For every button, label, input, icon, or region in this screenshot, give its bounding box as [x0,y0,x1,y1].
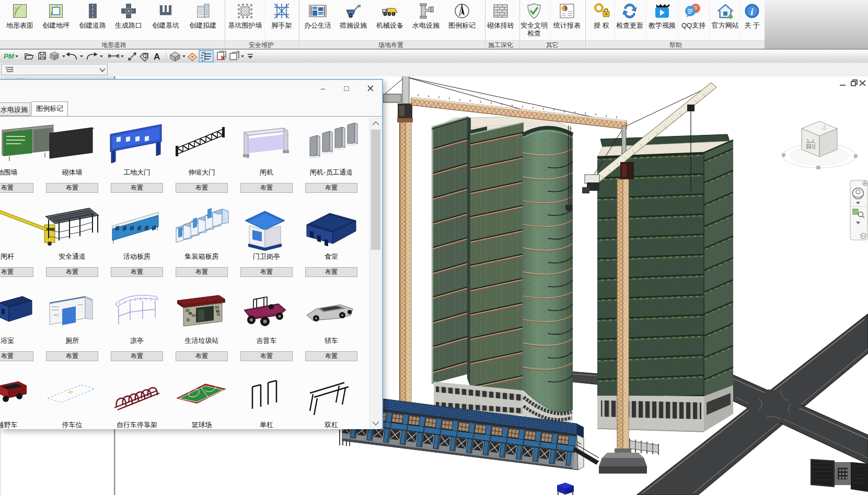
svg-text:i: i [750,6,754,17]
svg-text:A: A [154,52,160,62]
svg-text:WC: WC [54,314,60,317]
svg-text:1: 1 [144,54,147,59]
svg-text:PM: PM [4,52,15,60]
